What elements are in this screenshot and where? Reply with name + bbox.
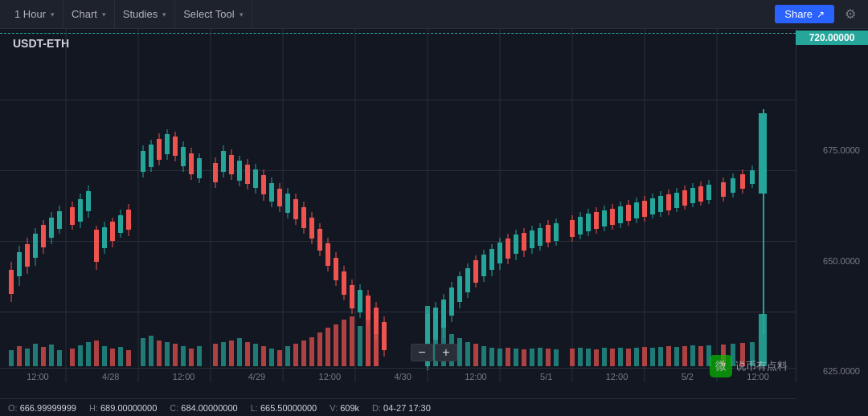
svg-rect-238 — [538, 348, 542, 366]
time-label-6: 4/30 — [394, 372, 411, 381]
svg-rect-65 — [245, 165, 250, 184]
time-axis: 12:00 4/28 12:00 4/29 12:00 4/30 12:00 5… — [0, 368, 796, 384]
svg-rect-217 — [326, 328, 330, 366]
svg-rect-19 — [41, 225, 46, 247]
timeframe-label: 1 Hour — [14, 8, 46, 20]
svg-rect-196 — [149, 336, 154, 366]
svg-rect-201 — [189, 349, 194, 366]
svg-rect-161 — [674, 193, 679, 208]
price-axis: 700.0000 675.0000 650.0000 625.0000 — [796, 29, 868, 382]
svg-rect-109 — [457, 276, 462, 302]
volume-value: V: 609k — [330, 403, 359, 413]
svg-rect-192 — [110, 349, 115, 366]
price-level-2: 675.0000 — [800, 145, 865, 155]
svg-rect-177 — [740, 174, 745, 189]
svg-rect-221 — [358, 326, 362, 366]
svg-rect-179 — [750, 170, 755, 184]
studies-chevron-icon: ▾ — [162, 10, 166, 18]
svg-rect-203 — [213, 344, 218, 366]
svg-rect-23 — [57, 211, 62, 229]
svg-rect-165 — [690, 188, 695, 203]
select-tool-selector[interactable]: Select Tool ▾ — [175, 0, 252, 28]
svg-rect-255 — [682, 346, 687, 366]
svg-rect-133 — [554, 223, 559, 241]
studies-selector[interactable]: Studies ▾ — [115, 0, 175, 28]
low-value: L: 665.50000000 — [251, 403, 317, 413]
svg-rect-135 — [570, 220, 575, 237]
zoom-in-button[interactable]: + — [435, 344, 457, 361]
chart-type-selector[interactable]: Chart ▾ — [63, 0, 115, 28]
price-level-3: 650.0000 — [800, 256, 865, 266]
svg-rect-163 — [682, 190, 687, 206]
svg-rect-202 — [197, 346, 202, 366]
minus-icon: − — [418, 345, 425, 360]
time-label-8: 5/1 — [540, 372, 552, 381]
svg-rect-25 — [70, 207, 75, 225]
svg-rect-195 — [141, 338, 145, 366]
svg-rect-257 — [698, 346, 703, 366]
svg-rect-181 — [17, 346, 22, 366]
svg-rect-155 — [650, 198, 655, 214]
svg-rect-185 — [49, 345, 54, 366]
svg-rect-47 — [165, 134, 170, 154]
svg-rect-228 — [457, 338, 462, 366]
zoom-out-button[interactable]: − — [411, 344, 433, 361]
svg-rect-81 — [309, 218, 314, 239]
timeframe-selector[interactable]: 1 Hour ▾ — [6, 0, 63, 28]
svg-rect-89 — [342, 271, 346, 295]
share-label: Share — [784, 8, 813, 20]
svg-rect-219 — [342, 320, 346, 366]
svg-rect-232 — [489, 348, 494, 366]
watermark-icon: 微 — [710, 355, 732, 377]
svg-rect-246 — [610, 349, 615, 366]
svg-rect-209 — [261, 346, 266, 366]
svg-rect-193 — [118, 347, 123, 366]
svg-rect-235 — [514, 349, 518, 366]
settings-button[interactable]: ⚙ — [839, 3, 862, 26]
svg-rect-229 — [465, 342, 470, 366]
svg-rect-13 — [17, 252, 22, 276]
date-value: D: 04-27 17:30 — [372, 403, 431, 413]
svg-rect-125 — [522, 233, 526, 251]
svg-rect-230 — [473, 344, 478, 366]
svg-rect-45 — [157, 139, 162, 160]
volume-chart — [0, 302, 796, 366]
svg-rect-15 — [25, 244, 30, 267]
svg-rect-241 — [570, 349, 575, 366]
time-label-2: 4/28 — [102, 372, 119, 381]
toolbar: 1 Hour ▾ Chart ▾ Studies ▾ Select Tool ▾… — [0, 0, 868, 29]
svg-rect-215 — [309, 337, 314, 366]
svg-rect-113 — [473, 260, 478, 283]
chart-container: USDT-ETH — [0, 29, 868, 416]
svg-rect-187 — [70, 349, 75, 366]
svg-rect-189 — [86, 342, 91, 366]
svg-rect-242 — [578, 348, 583, 366]
svg-rect-220 — [350, 316, 354, 366]
share-button[interactable]: Share ↗ — [775, 5, 834, 23]
svg-rect-39 — [126, 210, 131, 230]
svg-rect-153 — [642, 201, 647, 217]
svg-rect-147 — [618, 206, 623, 223]
svg-rect-149 — [626, 205, 631, 221]
svg-rect-131 — [546, 225, 551, 243]
svg-rect-171 — [759, 113, 767, 194]
svg-rect-73 — [277, 189, 282, 206]
svg-rect-218 — [334, 324, 338, 366]
svg-rect-205 — [229, 341, 234, 366]
svg-rect-222 — [366, 314, 371, 366]
svg-rect-245 — [602, 348, 607, 366]
svg-rect-247 — [618, 348, 623, 366]
svg-rect-210 — [269, 349, 274, 366]
svg-rect-57 — [213, 163, 218, 182]
svg-rect-59 — [221, 151, 226, 172]
svg-rect-119 — [497, 243, 502, 263]
chart-type-label: Chart — [72, 8, 97, 20]
svg-rect-213 — [293, 344, 298, 366]
svg-rect-206 — [237, 338, 242, 366]
svg-rect-53 — [189, 153, 194, 174]
svg-rect-253 — [666, 346, 671, 366]
svg-rect-123 — [514, 235, 518, 254]
svg-rect-188 — [78, 345, 83, 366]
svg-rect-137 — [578, 217, 583, 235]
svg-rect-29 — [86, 191, 91, 211]
